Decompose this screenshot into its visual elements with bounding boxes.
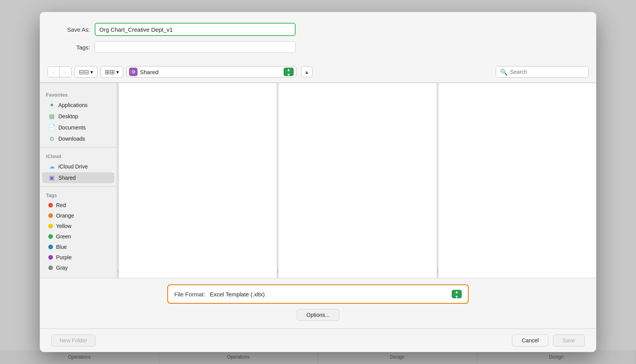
sidebar: Favorites ✦ Applications ▤ Desktop 📄 Doc…	[40, 83, 117, 278]
purple-dot-icon	[48, 255, 53, 260]
column-resizer-1[interactable]	[117, 83, 119, 278]
format-arrows-btn[interactable]: ▲ ▼	[452, 290, 462, 298]
sidebar-tag-yellow[interactable]: Yellow	[42, 221, 114, 231]
options-row: Options...	[51, 309, 585, 321]
back-button[interactable]: ‹	[48, 67, 60, 77]
forward-button[interactable]: ›	[60, 67, 71, 77]
file-format-select[interactable]: Excel Template (.xltx) ▲ ▼	[210, 290, 462, 298]
applications-icon: ✦	[48, 102, 55, 109]
file-column-1	[119, 83, 277, 278]
sidebar-item-shared[interactable]: ▣ Shared	[42, 172, 114, 183]
bg-tab-3: Design	[318, 350, 477, 364]
new-folder-button[interactable]: New Folder	[51, 334, 95, 347]
nav-back-forward: ‹ ›	[48, 66, 71, 77]
location-bar[interactable]: ⚙ Shared ▲ ▼	[126, 66, 296, 78]
toolbar: ‹ › ⊟⊟ ▾ ⊞⊞ ▾ ⚙ Shared ▲ ▼	[40, 66, 596, 83]
columns-chevron: ▾	[90, 69, 93, 75]
search-bar[interactable]: 🔍	[496, 66, 588, 78]
grid-chevron: ▾	[116, 69, 119, 75]
downloads-icon: ⊙	[48, 135, 55, 142]
sidebar-item-label-shared: Shared	[58, 175, 76, 181]
tags-row: Tags:	[55, 41, 581, 53]
tags-section-label: Tags	[40, 190, 117, 200]
icloud-icon: ☁	[48, 163, 55, 170]
save-as-row: Save As:	[55, 23, 581, 36]
gray-dot-icon	[48, 265, 53, 270]
format-down-arrow: ▼	[455, 294, 459, 299]
green-dot-icon	[48, 234, 53, 239]
location-arrows-btn[interactable]: ▲ ▼	[284, 68, 294, 76]
sidebar-divider-1	[40, 147, 117, 148]
sidebar-tag-label-green: Green	[56, 233, 71, 240]
format-up-arrow: ▲	[455, 289, 459, 294]
desktop-icon: ▤	[48, 113, 55, 120]
shared-icon: ▣	[48, 174, 55, 181]
footer-right: Cancel Save	[512, 334, 585, 347]
sidebar-item-applications[interactable]: ✦ Applications	[42, 100, 114, 111]
bottom-area: File Format: Excel Template (.xltx) ▲ ▼ …	[40, 278, 596, 328]
expand-button[interactable]: ▲	[301, 66, 313, 77]
blue-dot-icon	[48, 245, 53, 249]
file-format-label: File Format:	[174, 291, 205, 298]
sidebar-item-label-downloads: Downloads	[58, 136, 85, 142]
save-button[interactable]: Save	[553, 334, 585, 347]
sidebar-tag-purple[interactable]: Purple	[42, 252, 114, 262]
sidebar-tag-blue[interactable]: Blue	[42, 242, 114, 252]
sidebar-item-label-documents: Documents	[58, 124, 86, 131]
columns-icon: ⊟⊟	[79, 68, 89, 76]
bg-tab-1: Operations	[0, 350, 159, 364]
search-icon: 🔍	[500, 68, 508, 76]
save-as-input[interactable]	[95, 23, 296, 36]
save-dialog: Save As: Tags: ‹ › ⊟⊟ ▾ ⊞⊞ ▾	[40, 12, 596, 352]
column-resizer-2[interactable]	[277, 83, 279, 278]
search-input[interactable]	[510, 69, 584, 75]
file-format-value: Excel Template (.xltx)	[210, 291, 265, 298]
location-folder-icon: ⚙	[129, 68, 138, 76]
sidebar-item-downloads[interactable]: ⊙ Downloads	[42, 133, 114, 144]
file-column-2	[279, 83, 436, 278]
footer: New Folder Cancel Save	[40, 328, 596, 352]
sidebar-tag-label-yellow: Yellow	[56, 223, 71, 229]
icloud-section-label: iCloud	[40, 151, 117, 161]
sidebar-tag-label-blue: Blue	[56, 244, 67, 250]
orange-dot-icon	[48, 213, 53, 218]
location-text: Shared	[140, 69, 281, 75]
top-form: Save As: Tags:	[40, 12, 596, 66]
grid-icon: ⊞⊞	[105, 68, 115, 76]
options-button[interactable]: Options...	[297, 309, 339, 321]
view-columns-toggle[interactable]: ⊟⊟ ▾	[75, 66, 97, 78]
sidebar-tag-label-orange: Orange	[56, 213, 74, 219]
yellow-dot-icon	[48, 224, 53, 228]
content-area: Favorites ✦ Applications ▤ Desktop 📄 Doc…	[40, 83, 596, 278]
columns-view-btn[interactable]: ⊟⊟ ▾	[75, 66, 97, 77]
expand-icon: ▲	[304, 69, 309, 75]
bg-tab-2: Operations	[159, 350, 318, 364]
tags-label: Tags:	[55, 44, 90, 51]
sidebar-item-label-applications: Applications	[58, 102, 88, 108]
sidebar-item-label-icloud: iCloud Drive	[58, 163, 88, 170]
bg-tab-4: Design	[477, 350, 636, 364]
sidebar-tag-label-purple: Purple	[56, 254, 71, 260]
grid-view-btn[interactable]: ⊞⊞ ▾	[101, 66, 123, 77]
sidebar-item-label-desktop: Desktop	[58, 113, 78, 119]
sidebar-tag-gray[interactable]: Gray	[42, 263, 114, 273]
column-resizer-3[interactable]	[437, 83, 439, 278]
favorites-section-label: Favorites	[40, 89, 117, 99]
sidebar-item-desktop[interactable]: ▤ Desktop	[42, 111, 114, 122]
sidebar-divider-2	[40, 186, 117, 187]
sidebar-item-documents[interactable]: 📄 Documents	[42, 122, 114, 133]
file-format-row: File Format: Excel Template (.xltx) ▲ ▼	[167, 284, 469, 304]
down-arrow: ▼	[287, 72, 291, 77]
sidebar-tag-label-gray: Gray	[56, 265, 68, 271]
cancel-button[interactable]: Cancel	[512, 334, 548, 347]
sidebar-tag-label-red: Red	[56, 202, 66, 208]
forward-icon: ›	[65, 69, 66, 75]
sidebar-item-icloud-drive[interactable]: ☁ iCloud Drive	[42, 161, 114, 172]
sidebar-tag-red[interactable]: Red	[42, 200, 114, 210]
sidebar-tag-green[interactable]: Green	[42, 231, 114, 242]
tags-input[interactable]	[95, 41, 296, 53]
back-icon: ‹	[53, 69, 54, 75]
up-arrow: ▲	[287, 67, 291, 72]
view-grid-toggle[interactable]: ⊞⊞ ▾	[100, 66, 123, 78]
sidebar-tag-orange[interactable]: Orange	[42, 211, 114, 221]
